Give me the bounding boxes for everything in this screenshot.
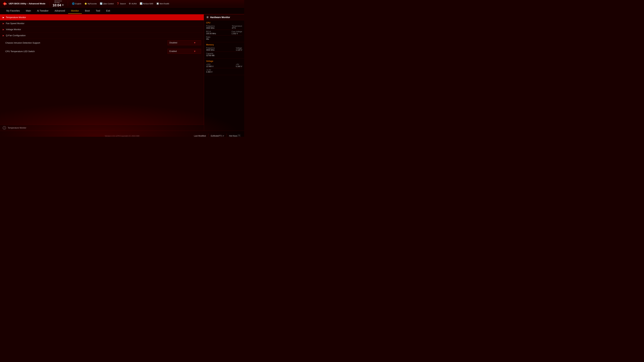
- cpu-temp-led-dropdown-value: Enabled: [170, 50, 177, 52]
- hw-mem-voltage-label: Voltage: [236, 47, 242, 49]
- hw-ratio-value: 49x: [206, 38, 210, 40]
- asus-logo-icon: ROG: [2, 1, 8, 6]
- nav-my-favorites[interactable]: My Favorites: [3, 8, 23, 13]
- menu-item-qfan-config[interactable]: ▶ Q-Fan Configuration: [0, 32, 204, 38]
- cpu-temp-led-dropdown[interactable]: Enabled ▼: [168, 49, 201, 54]
- hw-monitor-header: 🖥 Hardware Monitor: [204, 14, 244, 20]
- settings-gear-icon[interactable]: ⚙: [62, 4, 64, 6]
- footer-ezmode[interactable]: EzMode(F7) ↵: [208, 134, 227, 137]
- menu-label-qfan-config: Q-Fan Configuration: [6, 34, 26, 37]
- main-content: ▶ Temperature Monitor ▶ Fan Speed Monito…: [0, 14, 244, 131]
- header-tools: 🌐 English ⭐ MyFavorite 🔄 Qfan Control ❓ …: [70, 2, 242, 5]
- footer-last-modified[interactable]: Last Modified: [192, 134, 208, 137]
- fan-icon: 🔄: [100, 2, 102, 5]
- footer-buttons: Last Modified EzMode(F7) ↵ Hot Keys ?: [192, 134, 242, 137]
- menu-item-temp-monitor[interactable]: ▶ Temperature Monitor: [0, 14, 204, 20]
- hw-memory-section: Memory Frequency 4800 MHz Voltage 1.120 …: [204, 42, 244, 59]
- hw-mem-freq-row: Frequency 4800 MHz Voltage 1.120 V: [206, 47, 242, 51]
- datetime-display: 08/22/2022 Monday 10:04 ⚙: [52, 0, 64, 7]
- header: ROG UEFI BIOS Utility – Advanced Mode 08…: [0, 0, 244, 7]
- nav-exit[interactable]: Exit: [103, 8, 113, 13]
- info-icon: i: [3, 126, 6, 130]
- navbar: My Favorites Main Ai Tweaker Advanced Mo…: [0, 7, 244, 14]
- chassis-value: Disabled ▼: [168, 40, 201, 45]
- footer-last-modified-label: Last Modified: [194, 135, 206, 137]
- hw-33v-row: +3.3V 3.360 V: [206, 69, 242, 73]
- monitor-display-icon: 🖥: [206, 16, 209, 19]
- hw-12v-row: +12V 12.000 V +5V 5.160 V: [206, 63, 242, 67]
- cpu-temp-led-value: Enabled ▼: [168, 49, 201, 54]
- menu-label-temp-monitor: Temperature Monitor: [6, 16, 26, 18]
- chassis-dropdown[interactable]: Disabled ▼: [168, 40, 201, 45]
- hw-5v-value: 5.160 V: [236, 65, 242, 67]
- ezmode-arrow-icon: ↵: [222, 135, 224, 137]
- bios-title: UEFI BIOS Utility – Advanced Mode: [9, 2, 45, 5]
- search-help-icon: ❓: [116, 2, 119, 5]
- tool-qfan[interactable]: 🔄 Qfan Control: [98, 2, 115, 5]
- star-icon: ⭐: [84, 2, 87, 5]
- hw-core-voltage-label: Core Voltage: [232, 30, 242, 32]
- hw-5v-label: +5V: [236, 63, 242, 65]
- chassis-label: Chassis Intrusion Detection Support: [5, 41, 168, 44]
- nav-advanced[interactable]: Advanced: [52, 8, 68, 13]
- hw-cpu-ratio-row: Ratio 49x: [206, 36, 242, 40]
- hw-core-voltage-value: 1.332 V: [232, 32, 242, 34]
- footer-ezmode-label: EzMode(F7): [211, 135, 222, 137]
- arrow-icon-qfan: ▶: [3, 34, 4, 37]
- menu-label-fan-speed: Fan Speed Monitor: [6, 22, 24, 25]
- hw-cpu-freq-value: 4900 MHz: [206, 27, 215, 29]
- tool-resizebar[interactable]: 📊 ReSize BAR: [138, 2, 155, 5]
- footer-hotkeys[interactable]: Hot Keys ?: [227, 134, 242, 137]
- hw-divider-2: [206, 35, 242, 35]
- nav-main[interactable]: Main: [23, 8, 34, 13]
- hw-capacity-label: Capacity: [206, 52, 214, 54]
- tool-myfavorite[interactable]: ⭐ MyFavorite: [83, 2, 98, 5]
- tool-search[interactable]: ❓ Search: [115, 2, 127, 5]
- hw-mem-freq-label: Frequency: [206, 47, 215, 49]
- memtest-icon: 🔲: [156, 2, 159, 5]
- hw-bclk-label: BCLK: [206, 30, 216, 32]
- nav-ai-tweaker[interactable]: Ai Tweaker: [34, 8, 52, 13]
- svg-text:ROG: ROG: [4, 3, 7, 5]
- menu-item-voltage-monitor[interactable]: ▶ Voltage Monitor: [0, 26, 204, 32]
- menu-item-fan-speed[interactable]: ▶ Fan Speed Monitor: [0, 20, 204, 26]
- arrow-icon-fan: ▶: [3, 22, 4, 25]
- chassis-dropdown-value: Disabled: [170, 41, 177, 44]
- hw-33v-label: +3.3V: [206, 69, 212, 71]
- hw-cpu-freq-label: Frequency: [206, 25, 215, 27]
- cpu-temp-led-label: CPU Temperature LED Switch: [5, 50, 168, 53]
- cpu-temp-led-dropdown-arrow-icon: ▼: [194, 50, 196, 53]
- menu-label-voltage-monitor: Voltage Monitor: [6, 28, 21, 31]
- hw-memory-title: Memory: [206, 43, 242, 46]
- globe-icon: 🌐: [72, 2, 75, 5]
- hw-cpu-title: CPU: [206, 22, 242, 24]
- info-text: Temperature Monitor: [8, 127, 26, 129]
- footer-hotkeys-label: Hot Keys: [229, 135, 237, 137]
- hw-cpu-temp-value: 47°C: [232, 27, 242, 29]
- hw-mem-capacity-row: Capacity 32768 MB: [206, 52, 242, 56]
- hw-mem-voltage-value: 1.120 V: [236, 49, 242, 51]
- resize-icon: 📊: [140, 2, 142, 5]
- chassis-dropdown-arrow-icon: ▼: [194, 41, 196, 44]
- nav-monitor[interactable]: Monitor: [68, 8, 82, 14]
- settings-cpu-temp-led[interactable]: CPU Temperature LED Switch Enabled ▼: [0, 47, 204, 56]
- hw-capacity-value: 32768 MB: [206, 54, 214, 56]
- nav-boot[interactable]: Boot: [82, 8, 93, 13]
- footer-version: Version 2.21.1278 Copyright (C) 2022 AMI: [105, 135, 140, 137]
- nav-tool[interactable]: Tool: [93, 8, 103, 13]
- hw-cpu-temp-label: Temperature: [232, 25, 242, 27]
- time-display: 10:04 ⚙: [52, 3, 64, 7]
- tool-english[interactable]: 🌐 English: [70, 2, 83, 5]
- hw-mem-freq-value: 4800 MHz: [206, 49, 215, 51]
- tool-memtest[interactable]: 🔲 MemTest86: [155, 2, 170, 5]
- arrow-icon: ▶: [3, 16, 4, 18]
- hw-12v-value: 12.000 V: [206, 65, 214, 67]
- hw-bclk-value: 100.00 MHz: [206, 32, 216, 34]
- hw-voltage-title: Voltage: [206, 60, 242, 62]
- logo-area: ROG UEFI BIOS Utility – Advanced Mode: [2, 1, 45, 6]
- tool-aura[interactable]: ⚙ AURA: [128, 2, 138, 5]
- hw-cpu-freq-row: Frequency 4900 MHz Temperature 47°C: [206, 25, 242, 29]
- header-divider-2: [68, 1, 68, 6]
- date-display: 08/22/2022 Monday: [54, 0, 62, 3]
- settings-chassis-intrusion[interactable]: Chassis Intrusion Detection Support Disa…: [0, 38, 204, 47]
